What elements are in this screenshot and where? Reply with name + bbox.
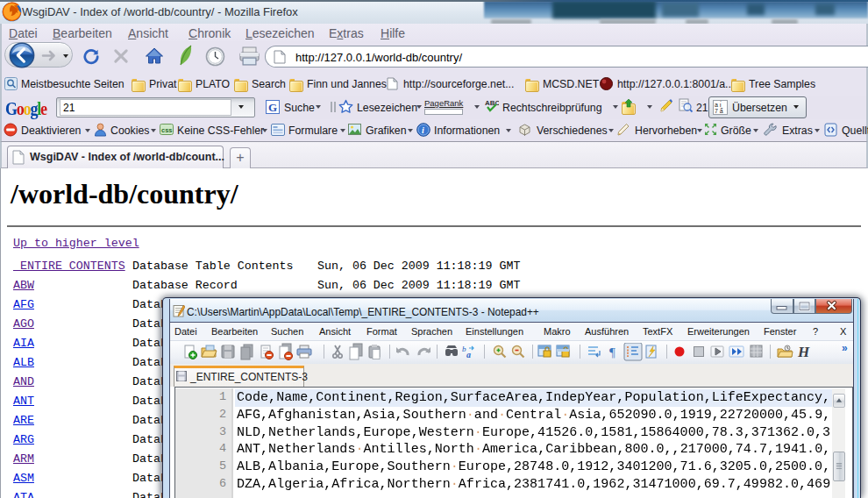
svg-text:a ı́: a ı́ (715, 101, 722, 108)
svg-text:a: a (466, 350, 471, 359)
svg-text:7 a̋: 7 a̋ (715, 108, 723, 114)
svg-text:G: G (268, 101, 277, 114)
svg-text:i: i (422, 125, 424, 135)
svg-text:»: » (842, 343, 848, 354)
svg-text:¶: ¶ (609, 345, 615, 359)
svg-text:ABC: ABC (485, 99, 499, 107)
svg-text:css: css (161, 126, 173, 134)
svg-text:H: H (797, 344, 810, 360)
